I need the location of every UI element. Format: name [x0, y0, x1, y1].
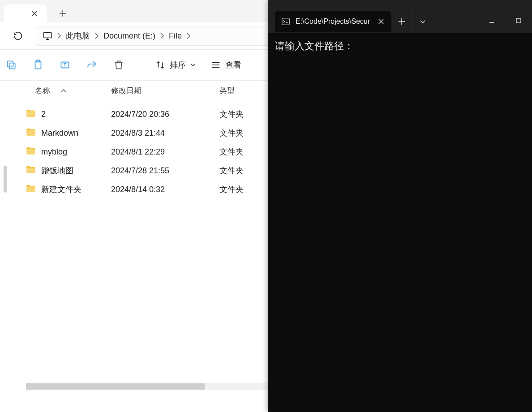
terminal-tab-title: E:\Code\Projects\Secur	[296, 17, 370, 26]
file-name: Markdown	[41, 129, 78, 138]
terminal-titlebar: E:\Code\Projects\Secur	[268, 0, 532, 33]
chevron-right-icon	[160, 33, 164, 39]
file-name: 2	[41, 110, 46, 119]
rename-icon[interactable]	[59, 59, 71, 71]
svg-rect-2	[7, 61, 13, 67]
file-name-cell: myblog	[13, 147, 111, 157]
share-icon[interactable]	[86, 59, 98, 71]
delete-icon[interactable]	[113, 59, 124, 71]
terminal-new-tab-button[interactable]	[391, 11, 412, 32]
this-pc-icon	[43, 31, 52, 40]
folder-icon	[26, 185, 36, 195]
cmd-icon	[281, 17, 290, 26]
breadcrumb-item-thispc[interactable]: 此电脑	[66, 30, 90, 41]
column-name-header[interactable]: 名称	[13, 86, 111, 96]
folder-icon	[26, 147, 36, 157]
file-name: 新建文件夹	[41, 184, 82, 195]
terminal-prompt: 请输入文件路径：	[275, 40, 354, 52]
breadcrumb-item-drive[interactable]: Document (E:)	[103, 31, 155, 41]
terminal-tab[interactable]: E:\Code\Projects\Secur	[275, 11, 391, 32]
refresh-button[interactable]	[9, 27, 27, 45]
view-label: 查看	[225, 60, 241, 70]
chevron-down-icon	[190, 62, 196, 68]
paste-icon[interactable]	[32, 59, 44, 71]
sort-button[interactable]: 排序	[155, 60, 196, 70]
svg-rect-0	[43, 33, 51, 38]
maximize-button[interactable]	[505, 10, 532, 31]
breadcrumb-item-folder[interactable]: File	[169, 31, 182, 41]
nav-pane-scrollbar[interactable]	[0, 81, 13, 412]
file-date-cell: 2024/7/20 20:36	[111, 110, 219, 119]
copy-icon[interactable]	[5, 59, 17, 71]
sort-label: 排序	[170, 60, 186, 70]
horizontal-scrollbar[interactable]	[26, 383, 277, 390]
file-date-cell: 2024/8/1 22:29	[111, 147, 219, 157]
file-date-cell: 2024/7/28 21:55	[111, 166, 219, 176]
chevron-right-icon	[94, 33, 99, 39]
svg-rect-1	[9, 63, 15, 69]
file-name: myblog	[41, 147, 67, 157]
close-tab-button[interactable]	[28, 7, 41, 20]
file-date-cell: 2024/8/14 0:32	[111, 185, 219, 194]
new-tab-button[interactable]	[54, 4, 72, 22]
svg-rect-6	[282, 18, 289, 25]
chevron-right-icon	[186, 33, 191, 39]
file-name-cell: 蹭饭地图	[13, 165, 111, 176]
folder-icon	[26, 109, 36, 120]
column-date-header[interactable]: 修改日期	[111, 86, 219, 96]
folder-icon	[26, 166, 36, 176]
folder-icon	[26, 128, 36, 138]
scrollbar-thumb[interactable]	[26, 383, 205, 390]
terminal-tab-close-button[interactable]	[375, 16, 387, 27]
explorer-tab[interactable]	[4, 4, 47, 22]
file-name-cell: 2	[13, 109, 111, 120]
file-name: 蹭饭地图	[41, 165, 73, 176]
terminal-window: ▢ ✕ E:\Code\Projects\Secur	[268, 0, 532, 412]
file-date-cell: 2024/8/3 21:44	[111, 129, 219, 138]
chevron-right-icon	[57, 33, 61, 39]
terminal-output[interactable]: 请输入文件路径：	[268, 33, 532, 59]
svg-rect-7	[516, 18, 521, 23]
sort-asc-icon	[61, 89, 66, 93]
terminal-tab-dropdown-button[interactable]	[412, 11, 433, 32]
file-name-cell: Markdown	[13, 128, 111, 138]
file-name-cell: 新建文件夹	[13, 184, 111, 195]
minimize-button[interactable]	[478, 10, 505, 31]
view-button[interactable]: 查看	[211, 60, 241, 70]
toolbar-separator	[140, 57, 140, 73]
